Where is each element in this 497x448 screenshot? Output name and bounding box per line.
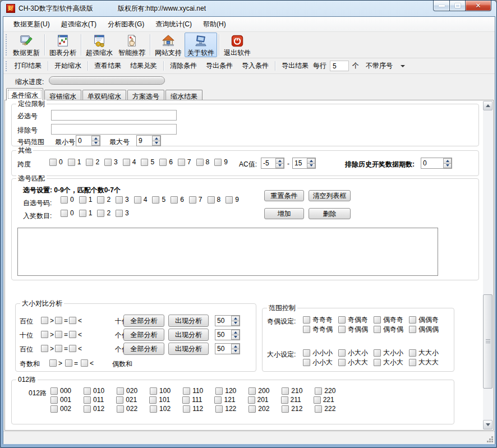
analyze-all-button[interactable]: 全部分析	[123, 315, 164, 327]
checkbox[interactable]	[303, 349, 310, 357]
spin-down-button[interactable]	[443, 164, 452, 169]
checkbox[interactable]	[214, 159, 222, 166]
menu-super-shrink[interactable]: 超强缩水(T)	[56, 17, 102, 31]
vertical-scrollbar[interactable]	[483, 101, 493, 429]
route-checkbox[interactable]: 022	[117, 405, 137, 413]
spin-down-button[interactable]	[231, 321, 240, 326]
percent-spinner[interactable]: 50	[215, 343, 240, 354]
scroll-down-button[interactable]	[483, 420, 493, 429]
checkbox[interactable]	[338, 316, 346, 324]
prize-count-checkbox[interactable]: 0	[61, 209, 74, 217]
menu-help[interactable]: 帮助(H)	[197, 17, 232, 31]
maximize-button[interactable]	[450, 0, 466, 11]
tab-plan-selection[interactable]: 方案选号	[127, 90, 164, 100]
smart-recommend-button[interactable]: 智能推荐	[116, 33, 148, 57]
spin-down-button[interactable]	[231, 349, 240, 354]
prize-count-checkbox[interactable]: 3	[116, 209, 129, 217]
spin-down-button[interactable]	[307, 164, 315, 169]
route-checkbox[interactable]: 210	[282, 387, 302, 395]
spin-down-button[interactable]	[152, 141, 160, 146]
checkbox[interactable]	[152, 196, 159, 204]
route-checkbox[interactable]: 101	[149, 396, 170, 404]
checkbox[interactable]	[183, 405, 190, 413]
checkbox[interactable]	[150, 405, 157, 413]
prize-count-checkbox[interactable]: 1	[79, 209, 93, 217]
route-checkbox[interactable]: 100	[150, 387, 171, 395]
checkbox[interactable]	[79, 210, 86, 217]
tab-single-double-shrink[interactable]: 单双码缩水	[82, 90, 126, 100]
checkbox[interactable]	[171, 196, 178, 204]
span-checkbox[interactable]: 6	[159, 158, 173, 166]
size-checkbox[interactable]: 小小小	[303, 348, 333, 358]
spin-up-button[interactable]	[91, 136, 100, 141]
checkbox[interactable]	[215, 387, 223, 395]
checkbox[interactable]	[182, 396, 190, 404]
span-checkbox[interactable]: 8	[196, 158, 210, 166]
checkbox[interactable]	[134, 196, 141, 204]
checkbox[interactable]	[104, 159, 112, 166]
route-checkbox[interactable]: 111	[182, 396, 202, 404]
spin-up-button[interactable]	[275, 158, 284, 164]
checkbox[interactable]	[116, 396, 123, 404]
size-checkbox[interactable]: 大大大	[409, 358, 439, 367]
checkbox[interactable]	[282, 405, 289, 413]
exit-software-button[interactable]: 退出软件	[221, 33, 254, 57]
route-checkbox[interactable]: 121	[214, 396, 235, 404]
route-checkbox[interactable]: 202	[248, 405, 269, 413]
span-checkbox[interactable]: 9	[214, 158, 228, 166]
add-button[interactable]: 增加	[264, 208, 304, 219]
span-checkbox[interactable]: 4	[123, 158, 136, 166]
delete-button[interactable]: 删除	[309, 208, 351, 219]
route-checkbox[interactable]: 112	[183, 405, 203, 413]
size-checkbox[interactable]: 小大小	[338, 348, 368, 358]
condition-listbox[interactable]	[17, 228, 438, 276]
view-results-button[interactable]: 查看结果	[90, 59, 126, 73]
self-pick-checkbox[interactable]: 7	[189, 196, 203, 204]
checkbox[interactable]	[338, 349, 346, 357]
analyze-appear-button[interactable]: 出现分析	[168, 315, 209, 327]
checkbox[interactable]	[314, 396, 321, 404]
checkbox[interactable]	[374, 359, 381, 366]
checkbox[interactable]	[196, 159, 204, 166]
redeem-results-button[interactable]: 结果兑奖	[126, 59, 162, 73]
checkbox[interactable]	[338, 326, 346, 333]
checkbox[interactable]	[189, 196, 196, 204]
span-checkbox[interactable]: 7	[178, 158, 191, 166]
route-checkbox[interactable]: 002	[50, 405, 71, 413]
checkbox[interactable]	[409, 359, 416, 366]
checkbox[interactable]	[141, 159, 148, 166]
checkbox[interactable]	[281, 396, 288, 404]
checkbox[interactable]	[68, 159, 75, 166]
data-update-button[interactable]: 数据更新	[10, 33, 43, 57]
spin-down-button[interactable]	[91, 141, 100, 146]
checkbox[interactable]	[117, 405, 124, 413]
parity-checkbox[interactable]: 奇奇偶	[303, 325, 333, 334]
resize-grip[interactable]	[491, 441, 493, 442]
print-results-button[interactable]: 打印结果	[10, 59, 46, 73]
size-checkbox[interactable]: 大小小	[374, 348, 403, 358]
span-checkbox[interactable]: 5	[141, 158, 154, 166]
spin-up-button[interactable]	[307, 158, 315, 164]
self-pick-checkbox[interactable]: 0	[61, 196, 74, 204]
checkbox[interactable]	[117, 387, 124, 395]
clear-conditions-button[interactable]: 清除条件	[165, 59, 201, 73]
size-checkbox[interactable]: 大大小	[409, 348, 439, 358]
checkbox[interactable]	[226, 196, 233, 204]
route-checkbox[interactable]: 221	[314, 396, 334, 404]
start-shrink-button[interactable]: 开始缩水	[50, 59, 86, 73]
spin-down-button[interactable]	[231, 335, 240, 340]
per-line-input[interactable]	[330, 61, 349, 71]
ac-min-spinner[interactable]: -5	[261, 158, 284, 169]
checkbox[interactable]	[97, 196, 104, 204]
self-pick-checkbox[interactable]: 1	[79, 196, 93, 204]
spin-down-button[interactable]	[275, 164, 284, 169]
self-pick-checkbox[interactable]: 6	[171, 196, 184, 204]
self-pick-checkbox[interactable]: 2	[97, 196, 111, 204]
checkbox[interactable]	[178, 159, 185, 166]
equal-checkbox[interactable]	[55, 317, 62, 324]
checkbox[interactable]	[123, 159, 130, 166]
route-checkbox[interactable]: 200	[248, 387, 269, 395]
greater-checkbox[interactable]	[41, 331, 48, 338]
spin-up-button[interactable]	[152, 136, 160, 141]
menu-data-update[interactable]: 数据更新(U)	[8, 17, 56, 31]
